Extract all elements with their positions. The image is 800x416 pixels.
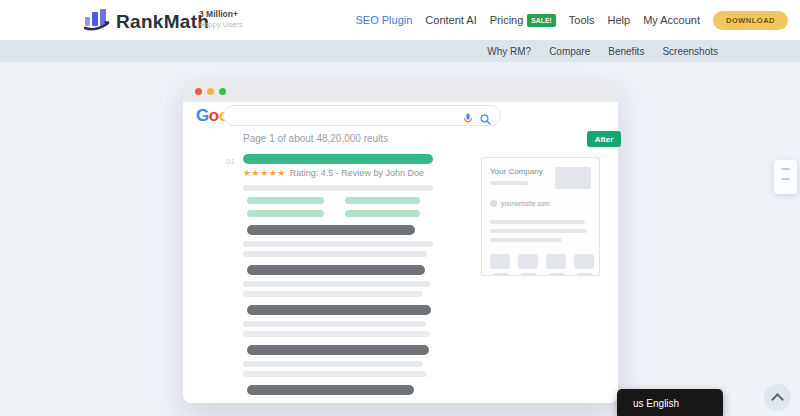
rankmath-logo-icon [84,8,110,35]
star-rating-icon: ★★★★★ [243,168,286,178]
skeleton-bar [243,361,423,367]
widget-mark [781,168,790,170]
skeleton-bar [247,385,414,395]
sitelink-row [247,197,433,204]
logo-tagline: 3 Million+ Happy Users [199,9,242,30]
side-floating-widget[interactable] [774,160,797,194]
rating-text: Rating: 4.5 - Review by John Doe [290,168,424,178]
skeleton-bar [243,291,423,297]
subnav-screenshots[interactable]: Screenshots [662,46,718,57]
skeleton-bar [247,265,425,275]
browser-mockup-window: Google Page 1 of about 48,20,000 reults … [183,80,618,403]
skeleton-bar [243,331,430,337]
close-dot-icon [195,88,202,95]
subnav-benefits[interactable]: Benefits [608,46,644,57]
chevron-up-icon [771,393,784,406]
site-header: RankMath 3 Million+ Happy Users SEO Plug… [0,0,800,40]
website-row: yourwebsite.com [490,200,591,207]
skeleton-bar [247,225,415,235]
skeleton-bar [243,185,433,191]
knowledge-panel-card: Your Company yourwebsite.com [481,157,600,276]
tagline-top: 3 Million+ [199,9,242,20]
download-button[interactable]: DOWNLOAD [713,11,788,30]
nav-tools[interactable]: Tools [569,14,595,26]
knowledge-panel-header: Your Company [490,167,591,189]
google-letter: o [209,106,219,125]
skeleton-bar [243,321,426,327]
skeleton-bar [345,210,420,217]
after-toggle-badge: After [587,131,621,147]
company-image-placeholder [555,167,591,189]
skeleton-bar [490,220,585,224]
knowledge-panel-title-block: Your Company [490,167,543,185]
nav-pricing-label: Pricing [490,14,524,26]
nav-seo-plugin[interactable]: SEO Plugin [355,14,412,26]
skeleton-bar [243,371,427,377]
subnav-compare[interactable]: Compare [549,46,590,57]
result-index: 01 [226,157,235,166]
skeleton-bar [247,305,431,315]
main-nav: SEO Plugin Content AI Pricing SALE! Tool… [355,0,788,40]
globe-icon [490,200,497,207]
image-tile [546,254,566,276]
nav-help[interactable]: Help [608,14,631,26]
sitelink-row [247,210,433,217]
skeleton-bar [490,229,587,233]
skeleton-bar [243,241,433,247]
section-subnav: Why RM? Compare Benefits Screenshots [0,40,800,62]
google-letter: G [196,106,209,125]
logo-wordmark: RankMath [116,11,209,33]
skeleton-bar [243,251,427,257]
company-name: Your Company [490,167,543,176]
skeleton-bar [490,238,562,242]
skeleton-bar [490,181,528,185]
sale-badge: SALE! [527,14,556,27]
results-summary: Page 1 of about 48,20,000 reults [243,133,388,144]
skeleton-bar [247,197,324,204]
image-tile [518,254,538,276]
language-selector-popup[interactable]: us English [617,389,723,416]
search-results-skeleton: ★★★★★ Rating: 4.5 - Review by John Doe [243,154,433,395]
skeleton-bar [247,210,324,217]
image-tiles-row [490,254,591,276]
minimize-dot-icon [207,88,214,95]
nav-content-ai[interactable]: Content AI [425,14,476,26]
result-title-bar [243,154,433,164]
tagline-bottom: Happy Users [199,20,242,30]
skeleton-bar [345,197,420,204]
browser-titlebar [183,80,618,102]
mock-search-input [223,105,501,126]
website-url: yourwebsite.com [501,200,550,207]
microphone-icon [463,111,473,129]
image-tile [490,254,510,276]
scroll-to-top-button[interactable] [764,384,791,411]
nav-my-account[interactable]: My Account [643,14,700,26]
page: RankMath 3 Million+ Happy Users SEO Plug… [0,0,800,416]
nav-pricing[interactable]: Pricing SALE! [490,14,556,27]
search-icon [480,111,491,129]
skeleton-bar [243,281,430,287]
subnav-why-rm[interactable]: Why RM? [487,46,531,57]
maximize-dot-icon [219,88,226,95]
rich-snippet-rating: ★★★★★ Rating: 4.5 - Review by John Doe [243,167,433,179]
language-label: us English [633,398,679,409]
rankmath-logo[interactable]: RankMath [84,8,209,35]
widget-mark [781,178,790,180]
skeleton-bar [247,345,429,355]
image-tile [574,254,594,276]
